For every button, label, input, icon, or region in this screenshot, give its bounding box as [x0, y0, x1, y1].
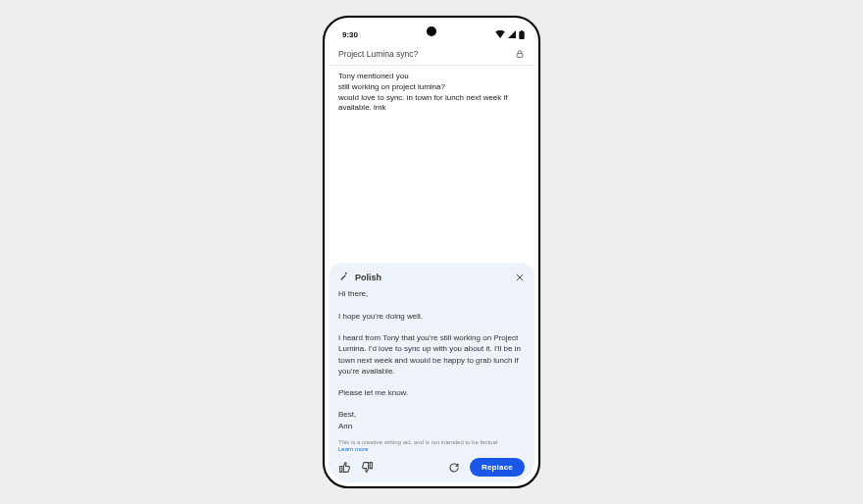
subject-row: Project Lumina sync? — [329, 43, 534, 66]
close-icon[interactable] — [515, 273, 525, 282]
svg-rect-1 — [521, 30, 523, 31]
wifi-icon — [495, 30, 505, 38]
signal-icon — [508, 30, 516, 38]
polish-text: Hi there, I hope you're doing well. I he… — [338, 288, 525, 430]
thumbs-down-icon[interactable] — [361, 461, 374, 474]
subject-text: Project Lumina sync? — [338, 49, 418, 59]
thumbs-up-icon[interactable] — [338, 461, 351, 474]
status-bar: 9:30 — [329, 22, 534, 43]
phone-frame: 9:30 Project Lumina sync? Tony mentioned… — [323, 16, 540, 488]
magic-wand-icon — [338, 271, 349, 283]
polish-disclaimer: This is a creative writing aid, and is n… — [338, 439, 525, 446]
battery-icon — [519, 30, 525, 39]
svg-rect-2 — [517, 54, 523, 58]
replace-button[interactable]: Replace — [470, 458, 525, 477]
svg-rect-0 — [519, 30, 524, 38]
learn-more-link[interactable]: Learn more — [338, 446, 525, 452]
polish-title: Polish — [355, 273, 381, 282]
polish-sheet: Polish Hi there, I hope you're doing wel… — [329, 263, 534, 482]
lock-icon[interactable] — [515, 49, 525, 59]
compose-body[interactable]: Tony mentioned you still working on proj… — [329, 66, 534, 118]
refresh-icon[interactable] — [448, 462, 460, 474]
status-time: 9:30 — [342, 30, 358, 39]
